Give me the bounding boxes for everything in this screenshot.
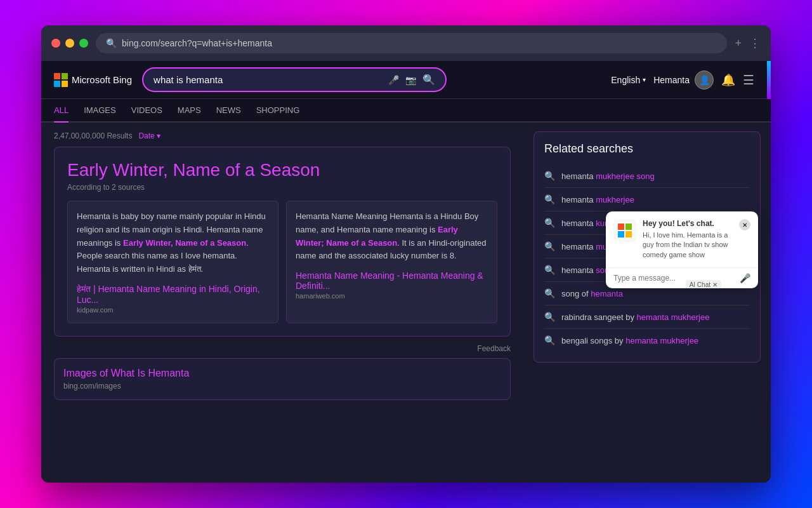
bing-results: 2,47,00,00,000 Results Date ▾ Early Wint… — [41, 123, 523, 483]
bing-search-input[interactable] — [154, 74, 383, 85]
chat-bubble-text: Hey you! Let's chat. — [643, 219, 733, 228]
more-options-button[interactable]: ⋮ — [749, 36, 761, 50]
result-card-2: Hemanta Name Meaning Hemanta is a Hindu … — [286, 201, 497, 323]
maximize-button[interactable] — [79, 39, 88, 48]
result-domain-2: hamariweb.com — [296, 292, 488, 300]
bing-logo: Microsoft Bing — [54, 73, 132, 87]
search-submit-button[interactable]: 🔍 — [422, 74, 435, 86]
hamburger-menu-icon[interactable]: ☰ — [743, 72, 754, 88]
images-domain: bing.com/images — [63, 382, 501, 391]
camera-icon[interactable]: 📷 — [405, 75, 416, 85]
results-count-text: 2,47,00,00,000 Results — [54, 131, 132, 140]
bing-logo-text: Microsoft Bing — [72, 74, 132, 85]
bing-right-panel: Related searches 🔍 hemanta mukherjee son… — [523, 123, 771, 483]
ai-chat-label: AI Chat — [690, 281, 710, 288]
related-text-6: song of hemanta — [561, 289, 750, 298]
images-title[interactable]: Images of What Is Hemanta — [63, 368, 501, 379]
result-card-1: Hemanta is baby boy name mainly popular … — [67, 201, 278, 323]
result-domain-1: kidpaw.com — [77, 306, 269, 314]
search-icons-group: 🎤 📷 🔍 — [388, 74, 435, 86]
tab-news[interactable]: NEWS — [216, 99, 241, 123]
bing-chat-icon — [613, 219, 636, 242]
search-icon-4: 🔍 — [544, 241, 555, 251]
chat-content: Hey you! Let's chat. Hi, I love him. Hem… — [643, 219, 733, 260]
close-button[interactable] — [51, 39, 60, 48]
related-item-7[interactable]: 🔍 rabindra sangeet by hemanta mukherjee — [544, 305, 750, 329]
minimize-button[interactable] — [65, 39, 74, 48]
related-searches-title: Related searches — [544, 142, 750, 156]
tab-maps[interactable]: MAPS — [178, 99, 201, 123]
user-area: Hemanta 👤 — [653, 70, 714, 90]
tab-images[interactable]: IMAGES — [84, 99, 116, 123]
chat-popup: Hey you! Let's chat. Hi, I love him. Hem… — [606, 211, 758, 288]
bing-page: Microsoft Bing 🎤 📷 🔍 English ▾ — [41, 61, 771, 483]
chat-input-area: 🎤 — [606, 267, 758, 288]
window-controls — [51, 39, 88, 48]
featured-cards-row: Hemanta is baby boy name mainly popular … — [67, 201, 497, 323]
new-tab-button[interactable]: + — [735, 37, 742, 50]
featured-card: Early Winter, Name of a Season According… — [54, 147, 511, 337]
chat-header: Hey you! Let's chat. Hi, I love him. Hem… — [606, 211, 758, 267]
related-item-2[interactable]: 🔍 hemanta mukherjee — [544, 188, 750, 211]
featured-title: Early Winter, Name of a Season — [67, 160, 497, 180]
tab-all[interactable]: ALL — [54, 99, 69, 123]
search-icon-2: 🔍 — [544, 194, 555, 204]
browser-window: 🔍 + ⋮ Microsoft Bing — [41, 25, 771, 483]
chat-close-button[interactable]: ✕ — [739, 219, 750, 231]
result-link-2[interactable]: Hemanta Name Meaning - Hemanta Meaning &… — [296, 271, 488, 291]
browser-chrome: 🔍 + ⋮ — [41, 25, 771, 61]
ai-chat-button[interactable]: AI Chat ✕ — [686, 280, 721, 288]
search-icon-5: 🔍 — [544, 265, 555, 275]
microphone-icon[interactable]: 🎤 — [388, 75, 399, 85]
date-filter-button[interactable]: Date ▾ — [138, 131, 160, 140]
address-bar[interactable]: 🔍 — [96, 33, 727, 53]
language-label: English — [611, 75, 640, 85]
notification-icon[interactable]: 🔔 — [721, 73, 735, 87]
language-selector[interactable]: English ▾ — [611, 75, 646, 85]
header-right: English ▾ Hemanta 👤 🔔 ☰ — [611, 70, 754, 90]
user-name-label: Hemanta — [653, 75, 690, 85]
search-icon-1: 🔍 — [544, 171, 555, 181]
result-link-1[interactable]: हेमंत | Hemanta Name Meaning in Hindi, O… — [77, 284, 269, 305]
bing-search-bar[interactable]: 🎤 📷 🔍 — [142, 67, 447, 92]
results-count-area: 2,47,00,00,000 Results Date ▾ — [54, 131, 511, 140]
images-section: Images of What Is Hemanta bing.com/image… — [54, 358, 511, 400]
related-item-8[interactable]: 🔍 bengali songs by hemanta mukherjee — [544, 329, 750, 352]
featured-sources: According to 2 sources — [67, 183, 497, 192]
search-icon-3: 🔍 — [544, 218, 555, 228]
tab-videos[interactable]: VIDEOS — [131, 99, 162, 123]
chat-send-icon[interactable]: 🎤 — [740, 273, 750, 283]
chat-description: Hi, I love him. Hemanta is a guy from th… — [643, 231, 733, 260]
related-item-1[interactable]: 🔍 hemanta mukherjee song — [544, 164, 750, 188]
bing-main: 2,47,00,00,000 Results Date ▾ Early Wint… — [41, 123, 771, 483]
bing-nav: ALL IMAGES VIDEOS MAPS NEWS SHOPPING — [41, 99, 771, 123]
microsoft-logo — [54, 73, 68, 87]
feedback-link[interactable]: Feedback — [54, 344, 511, 353]
related-text-8: bengali songs by hemanta mukherjee — [561, 336, 750, 345]
search-icon-8: 🔍 — [544, 335, 555, 345]
result-text-1: Hemanta is baby boy name mainly popular … — [77, 210, 269, 276]
search-icon: 🔍 — [106, 38, 117, 48]
search-icon-6: 🔍 — [544, 288, 555, 298]
highlight-1: Early Winter, Name of a Season — [123, 238, 246, 248]
ai-chat-close-icon[interactable]: ✕ — [712, 281, 717, 288]
related-text-7: rabindra sangeet by hemanta mukherjee — [561, 312, 750, 322]
related-text-2: hemanta mukherjee — [561, 195, 750, 204]
bing-header: Microsoft Bing 🎤 📷 🔍 English ▾ — [41, 61, 767, 99]
highlight-2: Early Winter; Name of a Season — [296, 225, 458, 248]
sidebar-accent — [767, 61, 771, 99]
related-text-1: hemanta mukherjee song — [561, 171, 750, 181]
search-icon-7: 🔍 — [544, 312, 555, 322]
address-input[interactable] — [122, 38, 717, 48]
result-text-2: Hemanta Name Meaning Hemanta is a Hindu … — [296, 210, 488, 263]
tab-shopping[interactable]: SHOPPING — [256, 99, 300, 123]
user-avatar[interactable]: 👤 — [695, 70, 714, 90]
language-chevron: ▾ — [643, 76, 646, 83]
